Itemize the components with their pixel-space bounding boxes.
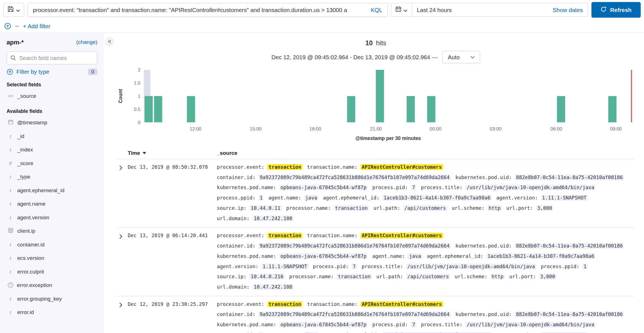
interval-select[interactable]: Auto (442, 51, 480, 63)
histogram-bar[interactable] (145, 96, 153, 122)
source-field-name: transaction.name: (307, 301, 357, 307)
sidebar-field-@timestamp[interactable]: @timestamp (7, 116, 98, 129)
sidebar-field-_index[interactable]: t_index (7, 143, 98, 156)
date-quick-select-button[interactable] (391, 3, 412, 16)
collapse-sidebar-button[interactable] (106, 37, 113, 45)
filter-by-type-button[interactable]: Filter by type (7, 68, 49, 75)
query-input[interactable]: processor.event: "transaction" and trans… (27, 3, 388, 17)
histogram-bar[interactable] (427, 96, 435, 122)
available-fields-heading: Available fields (7, 108, 98, 114)
source-field-name: source.ip: (217, 274, 247, 280)
histogram-bar[interactable] (187, 96, 195, 122)
time-range-value[interactable]: Last 24 hours (412, 7, 548, 13)
table-rows: Dec 13, 2019 @ 08:50:32.078processor.eve… (117, 159, 634, 333)
histogram-bar[interactable] (608, 96, 616, 122)
source-field-value: /usr/lib/jvm/java-10-openjdk-amd64/bin/j… (465, 322, 595, 328)
filter-by-type-label: Filter by type (16, 68, 49, 75)
index-pattern-title[interactable]: apm-* (7, 39, 24, 46)
histogram-bar[interactable] (407, 96, 415, 122)
sidebar-field-error.exception[interactable]: ?error.exception (7, 278, 98, 292)
source-field-value: transaction (267, 233, 302, 239)
histogram-bar[interactable] (557, 96, 565, 122)
source-field-value: http (490, 274, 505, 280)
source-field-pair: transaction.name: APIRestController#cust… (307, 164, 443, 170)
source-field-name: processor.name: (286, 205, 331, 211)
time-column-header[interactable]: Time (128, 150, 217, 156)
source-field-pair: kubernetes.pod.uid: 882e8b07-0c54-11ea-8… (455, 311, 624, 317)
filter-bar-dash (15, 26, 19, 27)
source-field-pair: processor.event: transaction (217, 301, 302, 307)
sidebar-field-_type[interactable]: t_type (7, 170, 98, 183)
sidebar-field-error.culprit[interactable]: terror.culprit (7, 265, 98, 278)
kql-language-button[interactable]: KQL (367, 7, 382, 13)
source-field-name: agent.ephemeral_id: (427, 253, 483, 259)
sidebar-field-agent.version[interactable]: tagent.version (7, 211, 98, 224)
x-axis-tick-label: 12:00 (190, 127, 201, 132)
document-source: processor.event: transaction transaction… (217, 162, 634, 223)
selected-fields-heading: Selected fields (7, 82, 98, 87)
source-field-pair: transaction.name: APIRestController#cust… (307, 233, 443, 239)
y-axis-tick-label: 1.5 (124, 80, 141, 85)
saved-query-menu-button[interactable] (3, 3, 24, 17)
histogram-bar[interactable] (154, 96, 162, 122)
source-field-pair: agent.name: java (372, 253, 422, 259)
sidebar-field-error.id[interactable]: terror.id (7, 305, 98, 319)
x-axis-tick-label: 21:00 (370, 127, 382, 132)
field-name-label: agent.ephemeral_id (17, 187, 65, 193)
source-field-name: process.title: (421, 185, 463, 191)
expand-document-button[interactable] (117, 231, 128, 292)
sidebar-field-ecs.version[interactable]: tecs.version (7, 251, 98, 265)
source-field-pair: agent.ephemeral_id: 1aceb1b3-8621-4a14-b… (323, 195, 492, 201)
source-field-pair: processor.event: transaction (217, 233, 302, 239)
source-field-name: url.port: (509, 274, 536, 280)
source-field-value: /api/customers (403, 205, 447, 211)
source-field-name: process.ppid: (541, 263, 579, 269)
filter-count-badge: 0 (88, 68, 97, 75)
document-source: processor.event: transaction transaction… (217, 231, 634, 292)
source-field-value: transaction (334, 205, 369, 211)
field-type-date-icon (7, 120, 13, 126)
histogram-bar[interactable] (376, 70, 384, 122)
expand-document-button[interactable] (117, 299, 128, 333)
source-field-name: processor.event: (217, 164, 264, 170)
source-field-value: 1aceb1b3-8621-4a14-b307-f0a9c7aa98a6 (382, 195, 492, 201)
source-field-pair: transaction.name: APIRestController#cust… (307, 301, 443, 307)
refresh-icon (601, 6, 607, 13)
source-field-pair: process.ppid: 1 (541, 263, 588, 269)
add-filter-button[interactable]: + Add filter (23, 23, 50, 30)
kibana-discover-app: processor.event: "transaction" and trans… (0, 0, 644, 333)
source-field-name: url.domain: (217, 284, 250, 290)
sidebar-field-agent.ephemeral_id[interactable]: tagent.ephemeral_id (7, 184, 98, 197)
expand-document-button[interactable] (117, 162, 128, 223)
histogram-plot-area[interactable] (144, 70, 633, 122)
sidebar-field-agent.name[interactable]: tagent.name (7, 197, 98, 210)
document-source: processor.event: transaction transaction… (217, 299, 634, 333)
sidebar-field-client.ip[interactable]: client.ip (7, 224, 98, 237)
search-field-names-input[interactable] (7, 51, 98, 65)
source-field-pair: source.ip: 10.44.0.216 (217, 274, 285, 280)
sidebar-field-container.id[interactable]: tcontainer.id (7, 238, 98, 251)
refresh-button[interactable]: Refresh (591, 2, 641, 18)
available-fields-list: @timestampt_idt_index#_scoret_typetagent… (7, 116, 98, 319)
sidebar-field-_id[interactable]: t_id (7, 129, 98, 143)
sidebar-field-error.grouping_key[interactable]: terror.grouping_key (7, 292, 98, 305)
source-field-pair: kubernetes.pod.uid: 882e8b07-0c54-11ea-8… (455, 174, 624, 180)
source-field-value: 3,000 (539, 274, 556, 280)
source-field-pair: url.path: /api/customers (373, 205, 447, 211)
histogram-plot-wrap: Count 00.511.52 (144, 70, 633, 122)
x-axis-tick-label: 06:00 (550, 127, 562, 132)
source-field-value: 10.47.242.108 (252, 284, 293, 290)
refresh-button-label: Refresh (610, 7, 632, 13)
source-field-name: url.port: (506, 205, 533, 211)
show-dates-button[interactable]: Show dates (548, 7, 588, 13)
document-timestamp: Dec 13, 2019 @ 06:14:20.441 (128, 231, 217, 292)
change-index-pattern-button[interactable]: (change) (76, 39, 97, 45)
sidebar-field-_source[interactable]: </>_source (7, 89, 98, 103)
source-field-name: processor.event: (217, 301, 264, 307)
document-timestamp: Dec 12, 2019 @ 23:30:25.297 (128, 299, 217, 333)
histogram-bar[interactable] (347, 96, 356, 122)
field-name-label: error.id (17, 309, 34, 315)
filter-list-icon[interactable] (4, 23, 11, 30)
hits-label: hits (376, 39, 386, 47)
sidebar-field-_score[interactable]: #_score (7, 156, 98, 170)
